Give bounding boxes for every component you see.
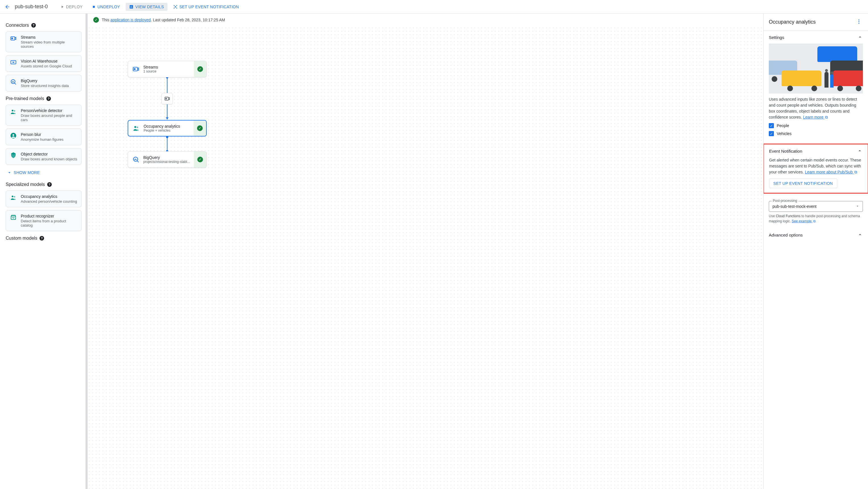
check-icon: ✓ [93,17,99,23]
hub-icon [173,4,178,9]
svg-point-4 [176,8,177,8]
details-panel: Occupancy analytics Settings [763,13,868,489]
graph-node-bigquery[interactable]: BigQuery projects/visionai-testing-stabl… [128,151,207,168]
svg-point-20 [137,126,138,128]
see-example-link[interactable]: See example ⧉ [792,219,816,223]
people-icon [132,124,140,132]
learn-more-pubsub-link[interactable]: Learn more about Pub/Sub ⧉ [805,170,857,174]
occupancy-illustration [769,43,863,94]
more-menu-button[interactable] [855,18,863,26]
sidebar-item-person-vehicle-detector[interactable]: Person/vehicle detector Draw boxes aroun… [6,104,82,126]
checkbox-checked-icon[interactable]: ✓ [769,123,774,128]
vehicles-label: Vehicles [777,131,792,136]
svg-point-13 [12,195,13,197]
scrollbar[interactable] [86,13,87,489]
card-title: BigQuery [21,79,78,83]
card-title: Object detector [21,152,78,156]
panel-header: Occupancy analytics [764,13,868,31]
advanced-options-section: Advanced options [764,228,868,243]
svg-point-23 [858,21,859,22]
advanced-options-header[interactable]: Advanced options [769,232,863,238]
node-subtitle: People + vehicles [144,128,190,132]
play-icon [60,5,64,9]
event-notification-header[interactable]: Event Notification [769,148,863,154]
postprocessing-help: Use Cloud Functions to handle post-proce… [769,214,863,224]
pretrained-heading: Pre-trained models ? [6,96,82,101]
help-icon[interactable]: ? [39,236,44,241]
sidebar-item-person-blur[interactable]: Person blur Anonymize human figures [6,128,82,145]
node-status: ✓ [194,152,207,167]
event-notification-section: Event Notification Get alerted when cert… [763,144,868,193]
external-link-icon: ⧉ [825,114,828,120]
postprocessing-label: Post-processing [772,199,798,203]
external-link-icon: ⧉ [854,169,857,175]
bigquery-icon [132,155,140,163]
panel-title: Occupancy analytics [769,19,816,25]
node-title: Streams [143,65,190,69]
chevron-up-icon [857,34,863,41]
specialized-heading: Specialized models ? [6,182,82,187]
settings-header[interactable]: Settings [769,34,863,41]
dropdown-arrow-icon [856,204,859,209]
sidebar-item-vision-warehouse[interactable]: Vision AI Warehouse Assets stored on Goo… [6,55,82,72]
help-icon[interactable]: ? [46,96,51,101]
page-title: pub-sub-test-0 [15,4,48,10]
svg-point-12 [12,134,14,136]
help-icon[interactable]: ? [47,182,52,187]
check-icon: ✓ [197,66,203,72]
card-title: Streams [21,35,78,39]
svg-point-6 [12,38,13,39]
show-more-button[interactable]: SHOW MORE [7,170,40,175]
undeploy-button[interactable]: UNDEPLOY [88,3,123,11]
svg-point-3 [174,8,175,8]
view-details-button[interactable]: VIEW DETAILS [126,3,167,11]
setup-event-notification-panel-button[interactable]: SET UP EVENT NOTIFICATION [769,179,837,188]
postprocessing-section: Post-processing pub-sub-test-mock-event … [764,193,868,228]
learn-more-link[interactable]: Learn more ⧉ [803,115,828,119]
node-status: ✓ [194,61,207,77]
help-icon[interactable]: ? [31,23,36,28]
card-title: Product recognizer [21,214,78,218]
deploy-button[interactable]: DEPLOY [57,3,86,11]
blur-icon [10,132,17,139]
card-title: Person/vehicle detector [21,108,78,113]
card-subtitle: Stream video from multiple sources [21,40,78,49]
svg-point-9 [12,110,13,112]
sidebar-item-product-recognizer[interactable]: Product recognizer Detect items from a p… [6,210,82,231]
people-checkbox-row[interactable]: ✓ People [769,123,863,128]
chart-icon [129,4,134,9]
streams-icon [132,65,140,73]
checkbox-checked-icon[interactable]: ✓ [769,131,774,136]
custom-models-heading: Custom models ? [6,236,82,241]
graph-node-streams[interactable]: Streams 1 source ✓ [128,61,207,77]
sidebar-item-bigquery[interactable]: BigQuery Store structured insights data [6,75,82,92]
edge-arrow-icon [166,117,168,119]
card-subtitle: Detect items from a product catalog [21,219,78,227]
vehicles-checkbox-row[interactable]: ✓ Vehicles [769,131,863,136]
svg-point-1 [174,5,175,6]
graph-node-occupancy-analytics[interactable]: Occupancy analytics People + vehicles ✓ [128,120,207,136]
check-icon: ✓ [197,157,203,162]
sidebar-item-occupancy-analytics[interactable]: Occupancy analytics Advanced person/vehi… [6,190,82,207]
svg-point-10 [14,110,16,112]
svg-point-18 [134,68,135,70]
card-subtitle: Anonymize human figures [21,137,78,142]
edge-video-icon[interactable] [161,93,173,104]
svg-point-22 [858,20,859,21]
setup-event-notification-button[interactable]: SET UP EVENT NOTIFICATION [170,3,243,11]
card-title: Person blur [21,132,78,137]
sidebar-item-object-detector[interactable]: Object detector Draw boxes around known … [6,148,82,165]
svg-point-2 [176,5,177,6]
back-button[interactable] [2,2,12,12]
graph-canvas[interactable]: Streams 1 source ✓ Occupancy analytics [88,26,763,489]
sidebar-item-streams[interactable]: Streams Stream video from multiple sourc… [6,31,82,52]
status-banner: ✓ This application is deployed. Last upd… [88,13,763,26]
settings-section: Settings [764,31,868,144]
application-deployed-link[interactable]: application is deployed [110,18,151,22]
settings-description: Uses advanced inputs like zones or lines… [769,96,863,120]
event-description: Get alerted when certain model events oc… [769,157,863,175]
svg-point-14 [14,196,16,197]
external-link-icon: ⧉ [813,219,816,224]
card-subtitle: Assets stored on Google Cloud [21,64,78,68]
svg-point-16 [166,98,167,99]
